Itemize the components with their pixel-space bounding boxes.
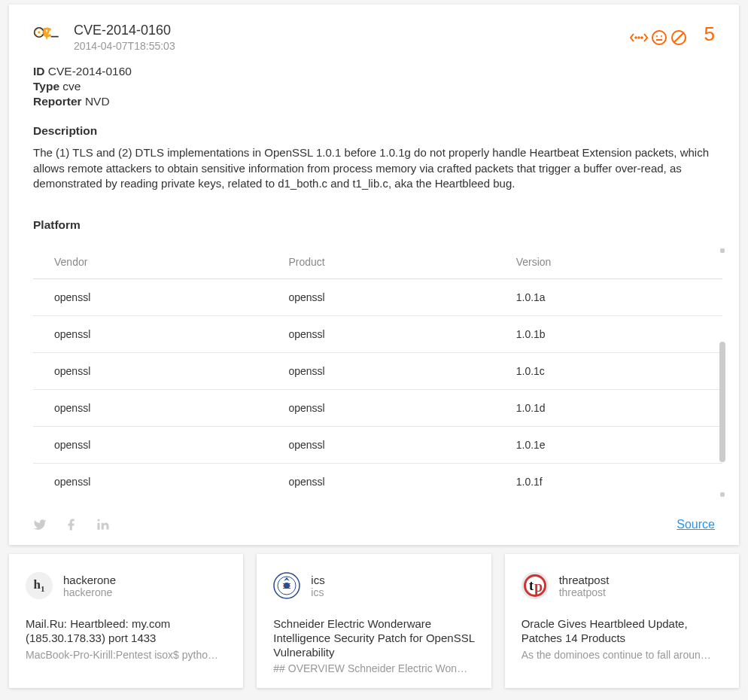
svg-point-1 <box>38 31 40 33</box>
related-card-threatpost[interactable]: tp threatpost threatpost Oracle Gives He… <box>505 554 739 688</box>
table-row[interactable]: opensslopenssl1.0.1d <box>33 390 722 427</box>
id-label: ID <box>33 65 45 78</box>
table-cell: openssl <box>33 390 267 427</box>
svg-point-13 <box>652 31 666 44</box>
table-cell: openssl <box>33 353 267 390</box>
svg-point-10 <box>635 37 637 38</box>
rel-title: Mail.Ru: Heartbleed: my.com (185.30.178.… <box>26 617 227 646</box>
linkedin-icon[interactable] <box>96 518 110 531</box>
table-cell: openssl <box>267 353 494 390</box>
table-cell: openssl <box>33 427 267 464</box>
table-cell: openssl <box>33 464 267 501</box>
svg-point-11 <box>638 37 640 38</box>
rel-excerpt: ## OVERVIEW Schneider Electric Won… <box>273 662 474 674</box>
related-card-ics[interactable]: ics ics Schneider Electric Wonderware In… <box>257 554 491 688</box>
svg-point-23 <box>284 583 290 589</box>
table-row[interactable]: opensslopenssl1.0.1e <box>33 427 722 464</box>
svg-point-12 <box>641 37 643 38</box>
rel-title: Schneider Electric Wonderware Intelligen… <box>273 617 474 659</box>
twitter-icon[interactable] <box>33 518 47 531</box>
svg-point-6 <box>36 29 38 31</box>
reporter-value: NVD <box>85 95 110 108</box>
id-value: CVE-2014-0160 <box>48 65 132 78</box>
table-cell: 1.0.1a <box>495 279 722 316</box>
table-cell: 1.0.1e <box>495 427 722 464</box>
svg-point-20 <box>98 519 100 522</box>
description-text: The (1) TLS and (2) DTLS implementations… <box>9 145 739 212</box>
hackerone-icon: h1 <box>26 572 53 599</box>
rel-source-name: hackerone <box>63 574 116 586</box>
type-label: Type <box>33 80 59 93</box>
rel-excerpt: As the dominoes continue to fall aroun… <box>521 649 722 661</box>
svg-text:p: p <box>534 578 543 595</box>
platform-table: Vendor Product Version opensslopenssl1.0… <box>33 245 722 500</box>
facebook-icon[interactable] <box>65 518 78 531</box>
description-heading: Description <box>9 121 739 145</box>
rel-source-name: threatpost <box>559 574 610 586</box>
table-cell: openssl <box>33 279 267 316</box>
ics-seal-icon <box>273 572 300 599</box>
svg-point-3 <box>38 35 40 37</box>
svg-rect-19 <box>98 523 100 530</box>
meta-block: ID CVE-2014-0160 Type cve Reporter NVD <box>9 61 739 121</box>
svg-point-4 <box>35 32 36 33</box>
col-product[interactable]: Product <box>267 245 494 279</box>
table-cell: 1.0.1d <box>495 390 722 427</box>
svg-point-8 <box>36 35 38 36</box>
card-footer: Source <box>9 507 739 545</box>
rel-excerpt: MacBook-Pro-Kirill:Pentest isox$ pytho… <box>26 649 227 661</box>
face-neutral-icon[interactable] <box>650 29 668 47</box>
card-header: CVE-2014-0160 2014-04-07T18:55:03 5 <box>9 5 739 61</box>
rel-source-sub: ics <box>311 586 324 598</box>
table-row[interactable]: opensslopenssl1.0.1c <box>33 353 722 390</box>
table-cell: openssl <box>267 464 494 501</box>
col-vendor[interactable]: Vendor <box>33 245 267 279</box>
source-link[interactable]: Source <box>677 518 715 531</box>
social-share <box>33 518 110 531</box>
title-block: CVE-2014-0160 2014-04-07T18:55:03 <box>74 23 629 52</box>
svg-point-2 <box>38 28 40 29</box>
svg-point-14 <box>656 35 658 37</box>
network-icon[interactable] <box>629 29 649 47</box>
header-icons <box>629 23 688 52</box>
cvss-score: 5 <box>704 23 715 52</box>
svg-point-7 <box>41 29 42 31</box>
table-cell: openssl <box>267 427 494 464</box>
cve-id-title: CVE-2014-0160 <box>74 23 629 38</box>
platform-table-wrap: Vendor Product Version opensslopenssl1.0… <box>33 245 722 500</box>
main-vuln-card: CVE-2014-0160 2014-04-07T18:55:03 5 ID C… <box>9 5 739 545</box>
svg-point-15 <box>661 35 662 37</box>
related-row: h1 hackerone hackerone Mail.Ru: Heartble… <box>9 554 739 688</box>
svg-point-9 <box>41 35 42 36</box>
table-cell: openssl <box>267 390 494 427</box>
table-row[interactable]: opensslopenssl1.0.1b <box>33 316 722 353</box>
related-card-hackerone[interactable]: h1 hackerone hackerone Mail.Ru: Heartble… <box>9 554 243 688</box>
platform-heading: Platform <box>9 212 739 245</box>
col-version[interactable]: Version <box>495 245 722 279</box>
reporter-label: Reporter <box>33 95 82 108</box>
threatpost-icon: tp <box>521 572 549 599</box>
table-scrollbar[interactable] <box>718 245 727 500</box>
rel-source-sub: threatpost <box>559 586 610 598</box>
scrollbar-thumb[interactable] <box>719 342 725 462</box>
cve-timestamp: 2014-04-07T18:55:03 <box>74 40 629 52</box>
table-cell: openssl <box>267 316 494 353</box>
svg-line-18 <box>674 33 683 42</box>
rel-source-name: ics <box>311 574 324 586</box>
rel-title: Oracle Gives Heartbleed Update, Patches … <box>521 617 722 646</box>
table-cell: openssl <box>267 279 494 316</box>
type-value: cve <box>62 80 81 93</box>
table-header-row: Vendor Product Version <box>33 245 722 279</box>
rel-source-sub: hackerone <box>63 586 116 598</box>
ban-icon[interactable] <box>670 29 688 47</box>
table-cell: 1.0.1c <box>495 353 722 390</box>
svg-text:t: t <box>529 578 534 593</box>
table-cell: 1.0.1f <box>495 464 722 501</box>
cve-logo-icon <box>33 23 60 52</box>
table-row[interactable]: opensslopenssl1.0.1a <box>33 279 722 316</box>
table-cell: openssl <box>33 316 267 353</box>
table-cell: 1.0.1b <box>495 316 722 353</box>
table-row[interactable]: opensslopenssl1.0.1f <box>33 464 722 501</box>
